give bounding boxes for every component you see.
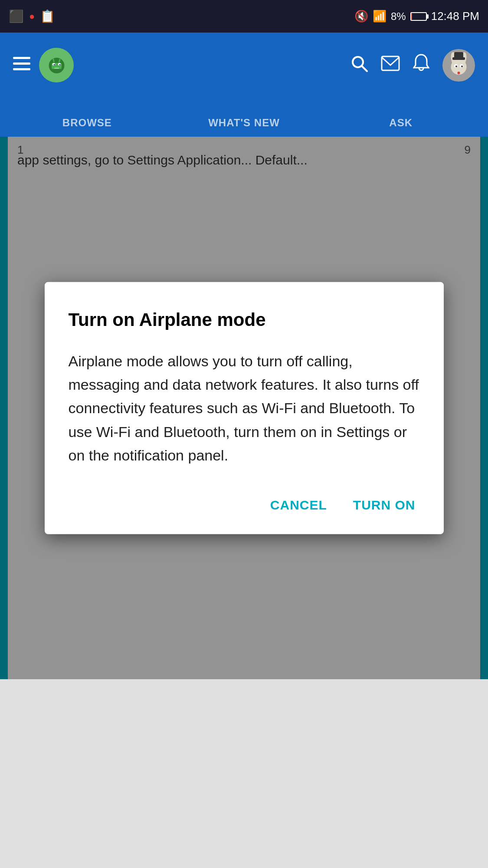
gallery-icon: ⬛ <box>9 9 24 23</box>
time: 12:48 PM <box>431 10 479 23</box>
svg-rect-25 <box>454 52 463 59</box>
status-bar-right: 🔇 📶 8% 12:48 PM <box>354 10 479 23</box>
dialog-actions: CANCEL TURN ON <box>69 489 420 516</box>
svg-line-14 <box>362 66 367 71</box>
mute-icon: 🔇 <box>354 10 368 23</box>
mail-icon[interactable] <box>381 56 400 75</box>
search-icon[interactable] <box>350 55 368 76</box>
status-bar: ⬛ ● 📋 🔇 📶 8% 12:48 PM <box>0 0 488 33</box>
header-left <box>13 48 74 82</box>
header-right <box>350 49 475 82</box>
dialog-body: Airplane mode allows you to turn off cal… <box>69 349 420 467</box>
svg-rect-2 <box>13 68 30 70</box>
airplane-mode-dialog: Turn on Airplane mode Airplane mode allo… <box>45 282 444 534</box>
dot-icon: ● <box>29 11 35 22</box>
cancel-button[interactable]: CANCEL <box>266 493 331 516</box>
svg-point-23 <box>461 66 463 67</box>
menu-icon[interactable] <box>13 57 30 73</box>
battery-bar <box>410 12 427 21</box>
main-area: 1 9 app settings, go to Settings Applica… <box>0 137 488 679</box>
nav-tabs: BROWSE WHAT'S NEW ASK <box>0 98 488 137</box>
avatar[interactable] <box>442 49 475 82</box>
bottom-grey-area: Page 6 of 6 < Prev 1 2 3 4 5 6 <box>0 679 488 868</box>
signal-icon: 📶 <box>373 10 386 23</box>
app-header <box>0 33 488 98</box>
tab-whats-new[interactable]: WHAT'S NEW <box>166 110 323 137</box>
battery-fill <box>411 13 413 20</box>
svg-rect-10 <box>54 68 59 69</box>
svg-rect-15 <box>382 56 399 70</box>
svg-point-8 <box>53 64 55 65</box>
tab-browse[interactable]: BROWSE <box>9 110 166 137</box>
svg-point-9 <box>59 64 60 65</box>
svg-point-22 <box>455 66 457 67</box>
notepad-icon: 📋 <box>40 9 55 23</box>
dialog-title: Turn on Airplane mode <box>69 308 420 332</box>
svg-point-26 <box>458 72 460 74</box>
battery-percent: 8% <box>391 10 406 23</box>
status-bar-left-icons: ⬛ ● 📋 <box>9 9 55 23</box>
svg-rect-1 <box>13 62 30 65</box>
app-logo <box>39 48 74 82</box>
tab-ask[interactable]: ASK <box>322 110 479 137</box>
svg-rect-0 <box>13 57 30 59</box>
turn-on-button[interactable]: TURN ON <box>349 493 420 516</box>
notification-icon[interactable] <box>413 54 429 77</box>
